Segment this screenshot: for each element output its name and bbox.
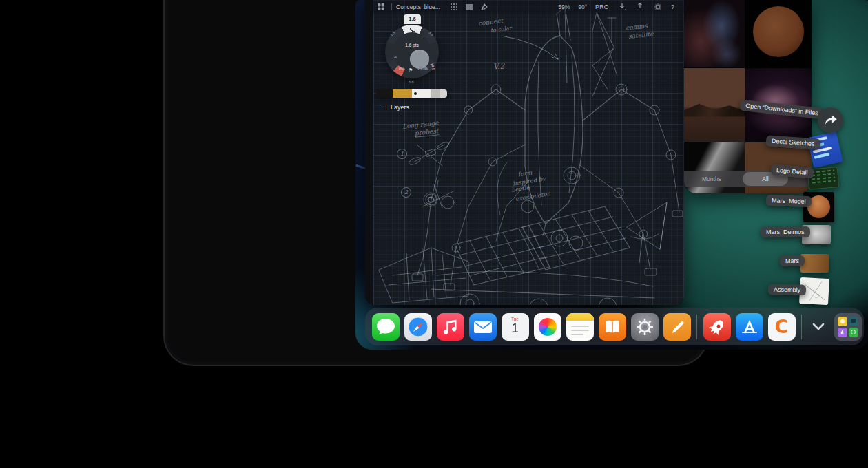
layers-label: Layers <box>391 104 409 111</box>
tool-wheel-inner-ring[interactable]: 1.6 pts ≈ ◑ 0% 100% <box>393 32 431 71</box>
photo-mars-planet[interactable] <box>745 0 812 67</box>
photos-app-window: Months All <box>684 0 812 193</box>
layer-stack-icon[interactable] <box>465 3 473 11</box>
photo-mars-landscape[interactable] <box>684 68 745 142</box>
app-store-icon[interactable] <box>736 313 763 341</box>
note-version: V.2 <box>493 61 505 71</box>
music-app-icon[interactable] <box>437 313 464 341</box>
drag-label-mars-model: Mars_Model <box>766 195 812 207</box>
calendar-app-icon[interactable]: Tue 1 <box>502 313 529 341</box>
stroke-size-label: 1.6 pts <box>393 43 431 47</box>
dock-divider-2 <box>801 315 802 339</box>
tool-wheel[interactable]: 1.3 3.5 14.5 ⚑ 6.8 1.6 pts ≈ ◑ 0% 100% <box>385 25 439 78</box>
document-title[interactable]: Concepts_blue... <box>396 3 440 10</box>
zoom-level[interactable]: 59% <box>558 3 570 10</box>
dock-chevron-button[interactable] <box>809 313 827 341</box>
export-icon[interactable] <box>636 3 644 11</box>
thumb-decal-sketches[interactable] <box>807 131 843 169</box>
pages-pen-app-icon[interactable] <box>663 313 691 341</box>
ipad-screen: connect to solar comms satellite V.2 Lon… <box>355 0 868 350</box>
dock-divider <box>696 315 697 339</box>
toolbar-divider <box>391 3 392 10</box>
dock: Tue 1 <box>365 308 864 345</box>
concepts-toolbar: Concepts_blue... 59% 90° PRO ? <box>373 0 684 14</box>
photo-horsehead-nebula[interactable] <box>684 0 745 67</box>
smoothing-icon: ≈ <box>394 54 397 59</box>
rocket-app-icon[interactable] <box>703 313 731 341</box>
concepts-letter: C <box>768 313 796 341</box>
drag-label-mars-deimos: Mars_Deimos <box>761 226 810 237</box>
messages-app-icon[interactable] <box>372 313 400 341</box>
swatch-gold[interactable] <box>393 89 412 98</box>
wedge-tag-size: 14.5 <box>430 63 437 71</box>
opacity-min-label: 0% <box>399 67 405 71</box>
note-number-2: 2 <box>401 187 411 198</box>
app-grid-icon[interactable] <box>377 3 385 11</box>
layers-button[interactable]: ☰ Layers <box>380 103 409 111</box>
settings-gear-icon[interactable] <box>654 3 662 11</box>
swatch-gray[interactable] <box>431 89 440 98</box>
help-button[interactable]: ? <box>671 3 674 10</box>
photos-app-icon[interactable] <box>534 313 561 341</box>
note-number-1: 1 <box>397 149 407 159</box>
active-tool-size-tab[interactable]: 1.6 <box>404 14 421 24</box>
wedge-flag-size: 6.8 <box>409 80 414 84</box>
mail-app-icon[interactable] <box>469 313 497 341</box>
settings-app-icon[interactable] <box>631 313 659 341</box>
import-icon[interactable] <box>618 3 626 11</box>
concepts-app-icon[interactable]: C <box>768 313 796 341</box>
flag-tool-icon: ⚑ <box>409 67 413 73</box>
thumb-mars[interactable] <box>800 254 829 273</box>
chevron-down-icon <box>812 323 825 331</box>
layers-menu-icon: ☰ <box>380 103 386 111</box>
pro-badge[interactable]: PRO <box>595 3 609 10</box>
swatch-light-gray[interactable] <box>440 89 447 98</box>
tab-months[interactable]: Months <box>702 176 721 182</box>
share-arrow-icon <box>824 114 838 127</box>
rotation-value[interactable]: 90° <box>578 3 587 10</box>
tool-wheel-knob[interactable] <box>410 50 429 69</box>
color-swatch-bar[interactable] <box>376 89 447 98</box>
books-app-icon[interactable] <box>599 313 626 341</box>
photo-grid <box>684 0 812 193</box>
app-library-icon[interactable]: ★ <box>834 313 862 341</box>
swatch-selection-dot <box>414 92 417 95</box>
share-drop-button[interactable] <box>818 107 843 133</box>
notes-app-icon[interactable] <box>566 313 594 341</box>
calendar-day: 1 <box>502 321 529 334</box>
safari-app-icon[interactable] <box>404 313 432 341</box>
ipad-device-frame: connect to solar comms satellite V.2 Lon… <box>163 0 708 366</box>
swatch-dark[interactable] <box>376 89 393 98</box>
pen-nib-icon[interactable] <box>480 3 488 11</box>
pencil-tool-icon <box>410 28 415 34</box>
drag-label-assembly: Assembly <box>768 284 806 296</box>
concepts-app-window: connect to solar comms satellite V.2 Lon… <box>365 0 684 305</box>
dot-grid-icon[interactable] <box>450 3 458 11</box>
drag-label-mars: Mars <box>780 255 805 266</box>
